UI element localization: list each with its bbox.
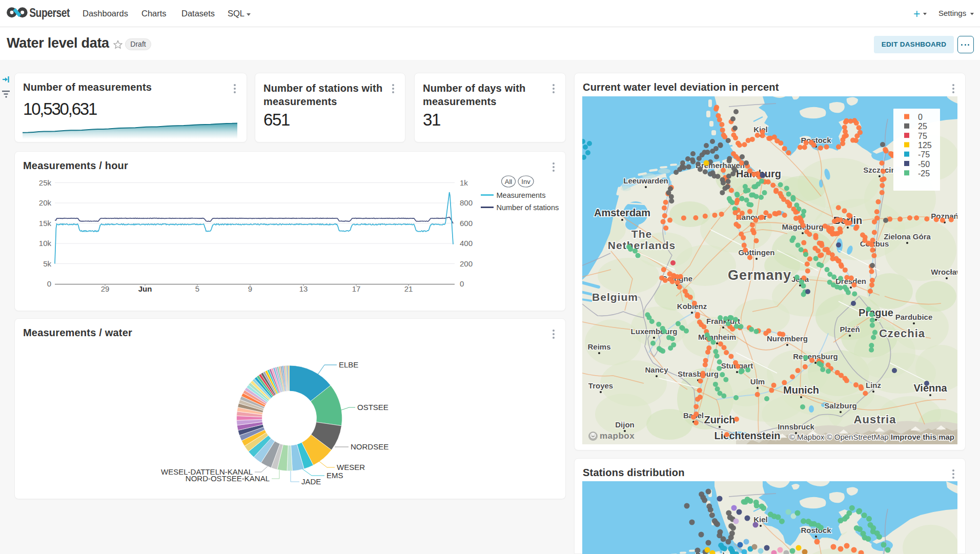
svg-text:Superset: Superset [29,6,70,20]
